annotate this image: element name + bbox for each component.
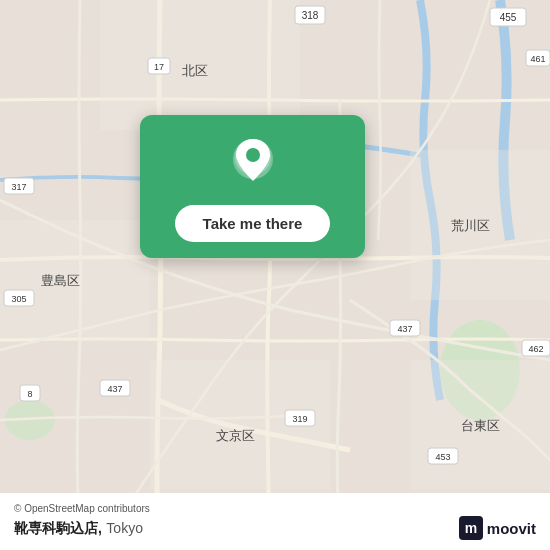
svg-text:荒川区: 荒川区 (451, 218, 490, 233)
svg-text:17: 17 (154, 62, 164, 72)
moovit-brand-text: moovit (487, 520, 536, 537)
moovit-icon: m (459, 516, 483, 540)
place-name: 靴専科駒込店, (14, 520, 102, 536)
map-attribution: © OpenStreetMap contributors (14, 503, 536, 514)
svg-text:305: 305 (11, 294, 26, 304)
svg-text:8: 8 (27, 389, 32, 399)
svg-text:462: 462 (528, 344, 543, 354)
svg-text:319: 319 (292, 414, 307, 424)
svg-point-42 (246, 148, 260, 162)
map-container: 455 318 461 17 17 317 305 8 437 437 319 … (0, 0, 550, 550)
svg-text:m: m (465, 520, 477, 536)
moovit-logo: m moovit (459, 516, 536, 540)
location-card: Take me there (140, 115, 365, 258)
svg-text:437: 437 (107, 384, 122, 394)
svg-text:台東区: 台東区 (461, 418, 500, 433)
place-city: Tokyo (106, 520, 143, 536)
svg-text:453: 453 (435, 452, 450, 462)
svg-text:437: 437 (397, 324, 412, 334)
svg-text:455: 455 (500, 12, 517, 23)
svg-text:317: 317 (11, 182, 26, 192)
map-background: 455 318 461 17 17 317 305 8 437 437 319 … (0, 0, 550, 550)
svg-text:文京区: 文京区 (216, 428, 255, 443)
svg-text:461: 461 (530, 54, 545, 64)
bottom-bar: © OpenStreetMap contributors 靴専科駒込店, Tok… (0, 493, 550, 550)
location-pin-icon (229, 135, 277, 193)
svg-text:318: 318 (302, 10, 319, 21)
place-info: 靴専科駒込店, Tokyo m moovit (14, 516, 536, 540)
take-me-there-button[interactable]: Take me there (175, 205, 331, 242)
svg-text:豊島区: 豊島区 (41, 273, 80, 288)
svg-text:北区: 北区 (182, 63, 208, 78)
